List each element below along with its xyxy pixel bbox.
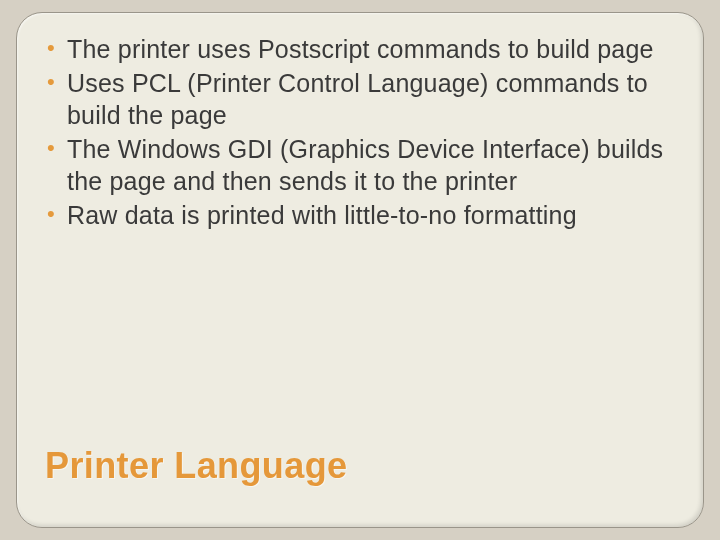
list-item: Raw data is printed with little-to-no fo… bbox=[45, 199, 675, 231]
bullet-list: The printer uses Postscript commands to … bbox=[45, 33, 675, 231]
bullet-text: The Windows GDI (Graphics Device Interfa… bbox=[67, 135, 663, 195]
bullet-text: The printer uses Postscript commands to … bbox=[67, 35, 654, 63]
list-item: The printer uses Postscript commands to … bbox=[45, 33, 675, 65]
list-item: Uses PCL (Printer Control Language) comm… bbox=[45, 67, 675, 131]
slide-card: The printer uses Postscript commands to … bbox=[16, 12, 704, 528]
bullet-text: Uses PCL (Printer Control Language) comm… bbox=[67, 69, 648, 129]
list-item: The Windows GDI (Graphics Device Interfa… bbox=[45, 133, 675, 197]
slide-title: Printer Language bbox=[45, 445, 347, 487]
bullet-text: Raw data is printed with little-to-no fo… bbox=[67, 201, 577, 229]
